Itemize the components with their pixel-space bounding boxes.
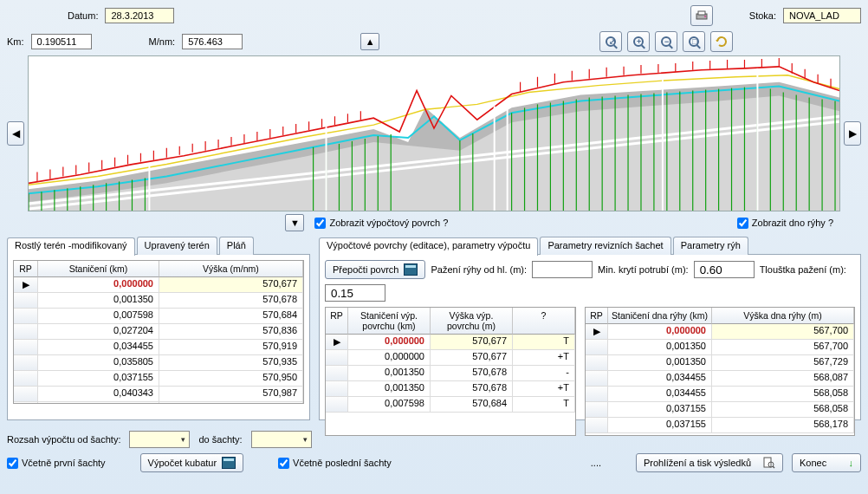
calculator-icon [222,457,236,469]
recalc-label: Přepočti povrch [333,264,398,275]
tloustka-input[interactable] [325,284,385,302]
mnm-value[interactable]: 576.463 [182,34,243,49]
prev-button[interactable]: ◀ [7,121,24,146]
kubatur-label: Výpočet kubatur [148,458,217,468]
km-label: Km: [7,36,24,47]
mid-grid[interactable]: RP Staničení výp. povrchu (km) Výška výp… [325,307,576,436]
rcol-stan: Staničení dna rýhy (km) [608,308,712,324]
col-vyska: Výška (m/nm) [159,261,303,277]
show-bottom-label: Zobrazit dno rýhy ? [752,218,833,228]
table-row[interactable]: 0,001350567,729 [586,355,854,371]
col-rp: RP [14,261,38,277]
km-value[interactable]: 0.190511 [31,34,92,49]
pazeni-input[interactable] [532,261,593,278]
vc-prvni-check[interactable]: Včetně první šachty [7,458,106,469]
right-grid[interactable]: RP Staničení dna rýhy (km) Výška dna rýh… [585,307,855,436]
table-row[interactable]: 0,037155568,058 [586,402,854,418]
vc-posledni-label: Včetně poslední šachty [293,458,392,468]
down-button[interactable]: ▼ [285,214,304,231]
table-row[interactable]: 0,007598570,684 [14,309,303,324]
refresh-icon [715,35,729,49]
zoom-in-button[interactable]: + [627,31,650,52]
konec-label: Konec [800,458,826,468]
rcol-rp: RP [586,308,608,324]
table-row[interactable]: 0,007598570,684T [326,397,575,413]
mcol-vyska: Výška výp. povrchu (m) [431,308,513,335]
table-row[interactable]: ▶0,000000570,677 [14,277,303,293]
prohl-label: Prohlížení a tisk výsledků [644,458,751,468]
zoom-fit-button[interactable]: ⤢ [599,31,622,52]
do-sachty-select[interactable] [251,431,312,448]
mcol-stan: Staničení výp. povrchu (km) [348,308,431,335]
svg-point-2 [704,16,706,17]
magnifier-minus-icon: − [661,36,671,47]
rozsah-label: Rozsah výpočtu od šachty: [7,434,120,445]
show-bottom-check[interactable]: Zobrazit dno rýhy ? [737,218,833,229]
svg-rect-1 [698,11,705,15]
col-stan: Staničení (km) [38,261,159,277]
up-button[interactable]: ▲ [360,33,379,50]
pazeni-label: Pažení rýhy od hl. (m): [431,264,527,275]
print-button[interactable] [690,5,713,26]
stoka-value[interactable]: NOVA_LAD [783,8,861,23]
table-row[interactable]: 0,001350570,678 [14,293,303,309]
next-button[interactable]: ▶ [844,121,861,146]
table-row[interactable]: 0,027204570,836 [14,324,303,340]
tab-upraveny-teren[interactable]: Upravený terén [137,237,217,255]
table-row[interactable]: 0,001350570,678+T [326,381,575,397]
table-row[interactable]: 0,035805570,935 [14,355,303,371]
do-sachty-label: do šachty: [198,434,242,445]
recalc-button[interactable]: Přepočti povrch [325,260,425,279]
table-row[interactable]: 0,034455568,058 [586,387,854,402]
refresh-button[interactable] [710,31,733,52]
tloustka-label: Tlouštka pažení (m): [760,264,846,275]
tab-parametry-sachet[interactable]: Parametry revizních šachet [540,237,670,255]
vc-prvni-label: Včetně první šachty [22,458,106,468]
svg-line-106 [773,466,774,468]
magnifier-fit-icon: ⤢ [606,36,616,47]
konec-button[interactable]: Konec ↓ [792,453,861,472]
vypocet-kubatur-button[interactable]: Výpočet kubatur [140,453,244,472]
printer-icon [695,10,709,22]
datum-value[interactable]: 28.3.2013 [105,8,174,23]
table-row[interactable]: 0,034455568,087 [586,371,854,387]
tab-parametry-ryh[interactable]: Parametry rýh [673,237,748,255]
profile-canvas[interactable] [28,55,840,211]
od-sachty-select[interactable] [129,431,190,448]
table-row[interactable]: ▶0,000000570,677T [326,335,575,350]
table-row[interactable]: 0,050989571,188 [14,402,303,403]
mnm-label: M/nm: [149,36,176,47]
tab-plan[interactable]: Pláň [219,237,254,255]
datum-label: Datum: [68,10,98,21]
zoom-window-button[interactable]: □ [683,31,705,52]
left-grid[interactable]: RP Staničení (km) Výška (m/nm) ▶0,000000… [13,260,304,404]
tab-rostly-teren[interactable]: Rostlý terén -modifikovaný [7,237,135,256]
table-row[interactable]: ▶0,000000567,700 [586,324,854,340]
zoom-out-button[interactable]: − [655,31,677,52]
vc-posledni-check[interactable]: Včetně poslední šachty [278,458,392,469]
mcol-q: ? [513,308,575,335]
magnifier-box-icon: □ [689,36,699,47]
stoka-label: Stoka: [749,10,776,21]
table-row[interactable]: 0,040343570,987 [14,387,303,402]
table-row[interactable]: 0,037155568,178 [586,418,854,433]
arrow-down-icon: ↓ [849,458,854,468]
document-search-icon [763,457,775,469]
minkryti-label: Min. krytí potrubí (m): [598,264,689,275]
table-row[interactable]: 0,001350570,678- [326,366,575,381]
table-row[interactable]: 0,000000570,677+T [326,350,575,366]
rcol-vyska: Výška dna rýhy (m) [712,308,854,324]
show-surface-label: Zobrazit výpočtový povrch ? [329,218,448,228]
show-surface-check[interactable]: Zobrazit výpočtový povrch ? [314,218,448,229]
dots-label: .... [591,458,601,468]
minkryti-input[interactable] [694,261,755,278]
calculator-icon [404,263,418,276]
mcol-rp: RP [326,308,348,335]
table-row[interactable]: 0,037155570,950 [14,371,303,387]
table-row[interactable]: 0,001350567,700 [586,340,854,355]
magnifier-plus-icon: + [633,36,644,47]
tab-vypoctove-povrchy[interactable]: Výpočtové povrchy (editace), parametry v… [319,237,538,256]
prohlizeni-button[interactable]: Prohlížení a tisk výsledků [636,453,783,472]
table-row[interactable]: 0,034455570,919 [14,340,303,355]
